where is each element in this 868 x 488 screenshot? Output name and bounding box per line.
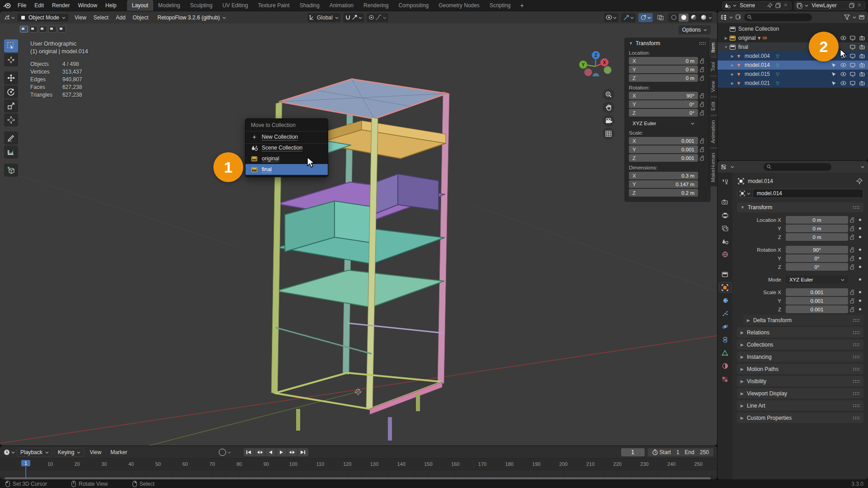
viewport-disable-icon[interactable] xyxy=(849,62,856,68)
disclosure-triangle[interactable]: ▶ xyxy=(723,36,729,40)
outliner-item-label[interactable]: model.021 xyxy=(745,80,770,86)
editor-type-icon[interactable] xyxy=(4,14,9,20)
animate-dot[interactable] xyxy=(856,266,863,268)
viewport-disable-icon[interactable] xyxy=(849,35,856,41)
new-viewlayer-icon[interactable] xyxy=(849,3,855,9)
viewport-menu-item[interactable]: Select xyxy=(90,12,112,23)
workspace-tab[interactable]: Shading xyxy=(295,0,325,11)
playback-menu[interactable]: Playback xyxy=(17,448,52,457)
pin-icon[interactable] xyxy=(767,3,773,9)
tab-modifiers[interactable] xyxy=(719,296,731,305)
disclosure-triangle[interactable]: ▶ xyxy=(729,72,736,76)
sidebar-tab[interactable]: Animation xyxy=(708,116,717,147)
pin-icon[interactable] xyxy=(856,178,863,184)
view-menu[interactable]: View xyxy=(86,446,105,458)
lock-icon[interactable] xyxy=(698,75,706,81)
play-button[interactable] xyxy=(276,448,287,456)
collapsed-panel[interactable]: ▶ Motion Paths xyxy=(737,364,863,374)
breadcrumb-object-name[interactable]: model.014 xyxy=(748,178,773,184)
render-disable-icon[interactable] xyxy=(859,80,865,86)
scale-slider[interactable]: 0.001 xyxy=(786,305,848,313)
retopoflow-dropdown[interactable]: RetopoFlow 3.2.6 (github) xyxy=(154,13,230,22)
dimension-slider[interactable]: Y0.147 m xyxy=(629,180,698,188)
hide-eye-icon[interactable] xyxy=(840,80,846,86)
tool-select-box[interactable] xyxy=(4,39,18,52)
sidebar-tab[interactable]: Item xyxy=(708,38,717,56)
animate-dot[interactable] xyxy=(856,308,863,310)
tool-cursor[interactable] xyxy=(4,53,18,66)
gizmos-toggle[interactable] xyxy=(621,13,636,22)
disclosure-triangle[interactable]: ▶ xyxy=(729,54,736,58)
topbar-menu-item[interactable]: Window xyxy=(74,0,101,11)
tab-material[interactable] xyxy=(719,361,731,371)
outliner-item-label[interactable]: model.014 xyxy=(745,62,770,68)
lock-icon[interactable] xyxy=(848,247,856,253)
lock-icon[interactable] xyxy=(848,307,856,312)
animate-dot[interactable] xyxy=(856,227,863,230)
tab-physics[interactable] xyxy=(719,322,731,332)
lock-icon[interactable] xyxy=(698,110,706,116)
transform-panel-header[interactable]: ▼ Transform xyxy=(737,202,863,212)
collapsed-panel[interactable]: ▶ Relations xyxy=(737,327,863,338)
outliner-row[interactable]: ▶ ▼ model.021 ▽ xyxy=(717,79,868,88)
outliner-row[interactable]: ▶ ▼ model.015 ▽ xyxy=(717,70,868,79)
outliner-row[interactable]: ▶ ▼ model.014 ▽ xyxy=(717,61,868,70)
filter-dropdown-icon[interactable] xyxy=(861,165,864,169)
workspace-tab[interactable]: Sculpting xyxy=(185,0,217,11)
topbar-menu-item[interactable]: Help xyxy=(101,0,121,11)
tab-collection[interactable] xyxy=(719,269,731,279)
display-mode-icon[interactable] xyxy=(736,14,741,20)
rotation-slider[interactable]: Y0° xyxy=(629,100,698,108)
next-keyframe-button[interactable] xyxy=(287,448,297,456)
lock-icon[interactable] xyxy=(848,298,856,304)
scale-slider[interactable]: Z0.001 xyxy=(629,154,698,162)
disclosure-triangle[interactable]: ▶ xyxy=(729,63,736,67)
orientation-dropdown[interactable]: Global xyxy=(307,13,340,22)
collapse-arrow-icon[interactable]: ▼ xyxy=(629,41,633,46)
menu-item[interactable]: Scene Collection xyxy=(245,142,328,153)
select-mode-intersect[interactable] xyxy=(58,26,66,33)
outliner-row[interactable]: Scene Collection xyxy=(717,24,868,33)
disclosure-triangle[interactable]: ▶ xyxy=(729,81,736,85)
viewport-disable-icon[interactable] xyxy=(849,71,856,77)
select-mode-invert[interactable] xyxy=(48,26,57,33)
viewport-menu-item[interactable]: Add xyxy=(112,12,129,23)
end-value[interactable]: 250 xyxy=(696,449,709,455)
hide-eye-icon[interactable] xyxy=(840,35,846,41)
proportional-editing[interactable] xyxy=(367,13,388,22)
tab-object[interactable] xyxy=(719,282,731,292)
keying-menu[interactable]: Keying xyxy=(54,448,85,457)
collapsed-panel[interactable]: ▶ Viewport Display xyxy=(737,388,863,399)
shading-material-button[interactable] xyxy=(689,14,698,22)
outliner-search-input[interactable] xyxy=(744,14,812,21)
viewport-disable-icon[interactable] xyxy=(849,53,856,59)
shading-rendered-button[interactable] xyxy=(698,14,708,22)
workspace-tab[interactable]: Rendering xyxy=(359,0,393,11)
marker-menu[interactable]: Marker xyxy=(107,446,131,458)
overlays-toggle[interactable] xyxy=(638,13,653,22)
render-disable-icon[interactable] xyxy=(859,71,865,77)
rotation-slider[interactable]: X90° xyxy=(629,92,698,99)
location-slider[interactable]: 0 m xyxy=(786,225,848,232)
playhead-frame-label[interactable]: 1 xyxy=(21,460,30,466)
tab-output[interactable] xyxy=(719,210,731,220)
outliner-item-label[interactable]: Scene Collection xyxy=(738,26,779,32)
jump-to-start-button[interactable] xyxy=(244,448,254,456)
rotation-slider[interactable]: 90° xyxy=(786,246,848,253)
timeline-ruler[interactable]: 1 10203040506070809010011012013014015016… xyxy=(0,458,717,470)
tool-add-cube[interactable] xyxy=(4,164,18,177)
timeline-scrollbar[interactable] xyxy=(5,477,712,479)
editor-type-icon[interactable] xyxy=(4,449,9,455)
animate-dot[interactable] xyxy=(856,257,863,259)
auto-keyframe-button[interactable] xyxy=(219,449,226,456)
outliner-row[interactable]: ▶ original ▼ 99 xyxy=(717,33,868,42)
tool-annotate[interactable] xyxy=(4,131,18,145)
play-reverse-button[interactable] xyxy=(265,448,276,456)
render-disable-icon[interactable] xyxy=(859,53,865,59)
tab-texture[interactable] xyxy=(719,374,731,384)
select-mode-subtract[interactable] xyxy=(39,26,47,33)
tab-scene[interactable] xyxy=(719,236,731,246)
animate-dot[interactable] xyxy=(856,219,863,221)
playhead-line[interactable] xyxy=(25,467,26,479)
rotation-mode-dropdown[interactable]: XYZ Euler xyxy=(786,276,848,283)
